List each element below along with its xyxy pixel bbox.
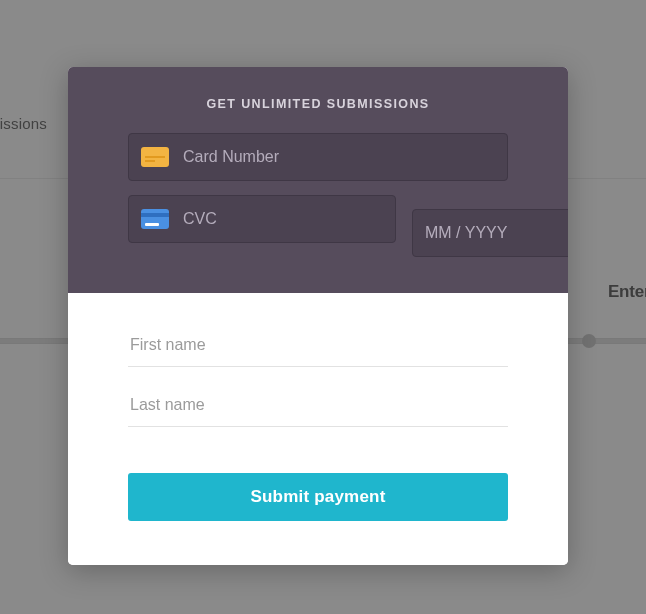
card-number-field[interactable] [128,133,508,181]
credit-card-back-icon [141,209,169,229]
expiry-field[interactable] [412,209,568,257]
modal-overlay[interactable]: GET UNLIMITED SUBMISSIONS Submit payment [0,0,646,614]
first-name-input[interactable] [128,315,508,367]
cvc-field[interactable] [128,195,396,243]
modal-card-section: GET UNLIMITED SUBMISSIONS [68,67,568,293]
modal-title: GET UNLIMITED SUBMISSIONS [128,97,508,111]
last-name-input[interactable] [128,375,508,427]
card-number-input[interactable] [183,148,495,166]
credit-card-front-icon [141,147,169,167]
payment-modal: GET UNLIMITED SUBMISSIONS Submit payment [68,67,568,565]
cvc-input[interactable] [183,210,383,228]
expiry-input[interactable] [425,224,568,242]
modal-name-section: Submit payment [68,293,568,565]
submit-payment-button[interactable]: Submit payment [128,473,508,521]
